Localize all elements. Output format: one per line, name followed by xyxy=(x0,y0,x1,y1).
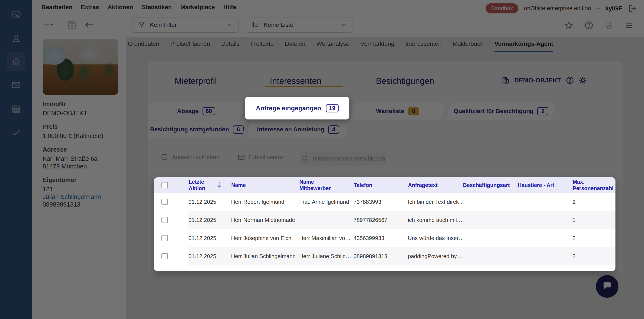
stage-tab-anfrage-eingegangen[interactable]: Anfrage eingegangen 19 xyxy=(245,97,349,120)
col-name-mitbewerber[interactable]: Name Mitbewerber xyxy=(299,178,354,193)
interessenten-table: Letzte Aktion Name Name Mitbewerber Tele… xyxy=(154,178,616,271)
row-checkbox[interactable] xyxy=(162,217,168,223)
col-name[interactable]: Name xyxy=(231,178,299,193)
header-checkbox-cell xyxy=(154,178,188,193)
select-all-checkbox[interactable] xyxy=(162,182,168,188)
table-header: Letzte Aktion Name Name Mitbewerber Tele… xyxy=(154,178,616,193)
tour-dim-overlay xyxy=(0,0,644,319)
stage-label-anfrage: Anfrage eingegangen xyxy=(256,104,321,112)
stage-count-anfrage: 19 xyxy=(326,104,338,112)
col-haustiere-art[interactable]: Haustiere - Art xyxy=(518,178,572,193)
col-max-personenanzahl[interactable]: Max. Personenanzahl xyxy=(572,178,616,193)
col-anfragetext[interactable]: Anfragetext xyxy=(408,178,463,193)
table-row[interactable]: 01.12.2025 Herr Julian Schlingelmann Her… xyxy=(154,247,616,265)
row-checkbox[interactable] xyxy=(162,199,168,205)
onoffice-app: Bearbeiten Extras Aktionen Statistiken M… xyxy=(0,0,644,319)
col-beschaeftigungsart[interactable]: Beschäftigungsart xyxy=(463,178,518,193)
table-row[interactable]: 01.12.2025 Herr Robert Igelmund Frau Ann… xyxy=(154,193,616,211)
table-row[interactable]: 01.12.2025 Herr Norman Mietnomade 789778… xyxy=(154,211,616,229)
sort-down-arrow-icon[interactable] xyxy=(216,182,222,189)
col-telefon[interactable]: Telefon xyxy=(354,178,408,193)
table-row[interactable]: 01.12.2025 Herr Josephine von Eich Herr … xyxy=(154,229,616,247)
row-checkbox[interactable] xyxy=(162,253,168,259)
table-row[interactable]: 01.12.2025 Herr Mike Tyson 123.456.789 w… xyxy=(154,265,616,271)
col-letzte-aktion[interactable]: Letzte Aktion xyxy=(188,178,231,193)
row-checkbox[interactable] xyxy=(162,235,168,241)
